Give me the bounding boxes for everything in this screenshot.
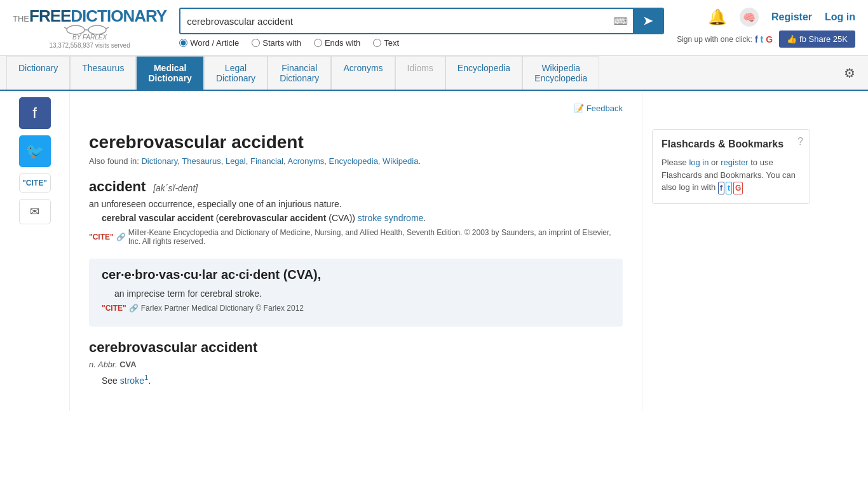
article-area: 📝 Feedback cerebrovascular accident Also… — [70, 91, 642, 411]
logo-area: THE FREE DICTIONARY BY FARLEX 13,372,558… — [13, 6, 166, 49]
stroke-syndrome-link[interactable]: stroke syndrome — [358, 213, 423, 223]
search-option-word[interactable]: Word / Article — [179, 38, 239, 48]
def1-word-row: accident [ak´sĭ-dent] — [89, 179, 623, 195]
definition-2: cer·e·bro·vas·cu·lar ac·ci·dent (CVA), a… — [89, 259, 623, 327]
svg-line-4 — [106, 27, 109, 29]
definition-1: accident [ak´sĭ-dent] an unforeseen occu… — [89, 179, 623, 246]
svg-point-0 — [67, 25, 85, 34]
def1-cite: "CITE" 🔗 Miller-Keane Encyclopedia and D… — [89, 228, 623, 246]
def1-word: accident — [89, 179, 146, 194]
flashcard-social-icons: f t G — [718, 182, 743, 194]
search-radio-word[interactable] — [179, 39, 187, 47]
twitter-icon[interactable]: t — [761, 34, 764, 44]
flashcard-google-icon[interactable]: G — [733, 182, 743, 194]
login-button[interactable]: Log in — [825, 11, 855, 23]
bell-icon[interactable]: 🔔 — [708, 8, 727, 26]
tab-encyclopedia[interactable]: Encyclopedia — [445, 56, 522, 90]
stroke-link[interactable]: stroke1 — [120, 376, 149, 386]
search-radio-ends[interactable] — [314, 39, 322, 47]
flashcard-login-link[interactable]: log in — [689, 158, 709, 167]
def2-text: an imprecise term for cerebral stroke. — [114, 288, 610, 299]
tab-wikipedia-encyclopedia[interactable]: WikipediaEncyclopedia — [522, 56, 599, 90]
search-option-starts[interactable]: Starts with — [252, 38, 301, 48]
tab-idioms[interactable]: Idioms — [395, 56, 445, 90]
also-found-financial[interactable]: Financial — [250, 156, 283, 166]
search-input[interactable] — [180, 11, 608, 32]
also-found-acronyms[interactable]: Acronyms — [288, 156, 325, 166]
facebook-icon[interactable]: f — [755, 34, 758, 44]
tab-medical-dictionary[interactable]: MedicalDictionary — [136, 56, 203, 90]
article-title: cerebrovascular accident — [89, 132, 623, 152]
feedback-link[interactable]: 📝 Feedback — [574, 104, 623, 113]
flashcard-register-link[interactable]: register — [721, 158, 748, 167]
search-option-ends[interactable]: Ends with — [314, 38, 360, 48]
also-found-thesaurus[interactable]: Thesaurus — [182, 156, 220, 166]
google-icon[interactable]: G — [766, 34, 773, 44]
flashcard-twitter-icon[interactable]: t — [726, 182, 732, 194]
email-share-button[interactable]: ✉ — [19, 199, 51, 224]
flashcard-box: ? Flashcards & Bookmarks Please log in o… — [652, 129, 810, 204]
share-button[interactable]: 👍 fb Share 25K — [779, 30, 855, 48]
header: THE FREE DICTIONARY BY FARLEX 13,372,558… — [0, 0, 868, 56]
header-right: 🔔 🧠 Register Log in Sign up with one cli… — [677, 8, 855, 48]
left-sidebar: f 🐦 "CITE" ✉ — [0, 91, 70, 411]
nav-bar: Dictionary Thesaurus MedicalDictionary L… — [0, 56, 868, 91]
tab-thesaurus[interactable]: Thesaurus — [70, 56, 136, 90]
article-header-row: 📝 Feedback — [89, 104, 623, 113]
facebook-share-button[interactable]: f — [19, 97, 51, 129]
cite-tag-1: "CITE" — [89, 233, 114, 241]
share-icon: 👍 — [787, 34, 797, 44]
search-bar: ⌨ ➤ — [179, 8, 664, 34]
def3-title: cerebrovascular accident — [89, 339, 623, 356]
tab-dictionary[interactable]: Dictionary — [6, 56, 70, 90]
logo-visits: 13,372,558,937 visits served — [49, 42, 130, 49]
social-icons: f t G — [755, 34, 773, 44]
also-found-wikipedia[interactable]: Wikipedia — [383, 156, 418, 166]
search-options: Word / Article Starts with Ends with Tex… — [179, 38, 664, 48]
logo-glasses — [64, 24, 115, 36]
also-found-encyclopedia[interactable]: Encyclopedia — [329, 156, 378, 166]
brain-icon: 🧠 — [740, 8, 759, 27]
cite-button[interactable]: "CITE" — [19, 173, 51, 193]
nav-tabs: Dictionary Thesaurus MedicalDictionary L… — [6, 56, 837, 90]
def1-pronunciation: [ak´sĭ-dent] — [153, 183, 198, 193]
also-found-legal[interactable]: Legal — [226, 156, 246, 166]
main-content: f 🐦 "CITE" ✉ 📝 Feedback cerebrovascular … — [0, 91, 868, 411]
keyboard-icon[interactable]: ⌨ — [608, 11, 633, 31]
svg-point-1 — [88, 25, 106, 34]
def1-cite-text: Miller-Keane Encyclopedia and Dictionary… — [128, 228, 623, 246]
register-area: 🔔 🧠 Register Log in — [708, 8, 855, 27]
def1-text: an unforeseen occurrence, especially one… — [89, 199, 623, 209]
signup-text: Sign up with one click: f t G — [677, 34, 773, 44]
logo-the: THE — [13, 14, 29, 24]
def3-abbr: n. Abbr. CVA — [89, 360, 623, 369]
help-icon[interactable]: ? — [797, 136, 803, 147]
definition-3: cerebrovascular accident n. Abbr. CVA Se… — [89, 339, 623, 386]
def3-see: See stroke1. — [102, 373, 623, 386]
cite-tag-2: "CITE" — [102, 304, 126, 313]
also-found: Also found in: Dictionary, Thesaurus, Le… — [89, 156, 623, 166]
cite-link-icon-2: 🔗 — [129, 304, 139, 313]
flashcard-title: Flashcards & Bookmarks — [661, 139, 801, 150]
register-button[interactable]: Register — [771, 11, 812, 23]
settings-icon[interactable]: ⚙ — [837, 65, 862, 81]
right-sidebar-spacer — [652, 104, 810, 129]
search-button[interactable]: ➤ — [633, 9, 663, 33]
search-radio-starts[interactable] — [252, 39, 260, 47]
tab-legal-dictionary[interactable]: LegalDictionary — [204, 56, 268, 90]
def2-cite-text: Farlex Partner Medical Dictionary © Farl… — [141, 304, 304, 313]
twitter-share-button[interactable]: 🐦 — [19, 135, 51, 167]
feedback-icon: 📝 — [574, 104, 584, 113]
cite-link-icon-1: 🔗 — [116, 233, 126, 241]
tab-acronyms[interactable]: Acronyms — [331, 56, 395, 90]
flashcard-text: Please log in or register to use Flashca… — [661, 156, 801, 194]
tab-financial-dictionary[interactable]: FinancialDictionary — [268, 56, 331, 90]
search-option-text[interactable]: Text — [373, 38, 399, 48]
search-area: ⌨ ➤ Word / Article Starts with Ends with… — [179, 8, 664, 48]
def2-cite: "CITE" 🔗 Farlex Partner Medical Dictiona… — [102, 304, 610, 313]
right-sidebar: ? Flashcards & Bookmarks Please log in o… — [642, 91, 820, 411]
flashcard-facebook-icon[interactable]: f — [718, 182, 724, 194]
def1-subtext: cerebral vascular accident (cerebrovascu… — [102, 213, 623, 223]
also-found-dictionary[interactable]: Dictionary — [141, 156, 177, 166]
search-radio-text[interactable] — [373, 39, 381, 47]
